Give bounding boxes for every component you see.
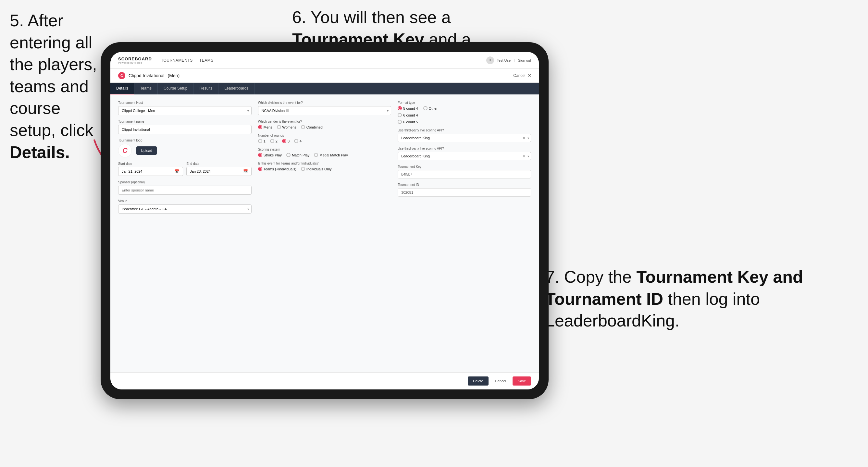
tournament-name-input[interactable] <box>118 125 252 134</box>
sponsor-group: Sponsor (optional) <box>118 181 252 195</box>
tournament-id-label: Tournament ID <box>398 183 531 187</box>
annotation-left-bold: Details. <box>10 143 70 162</box>
round-2-label: 2 <box>276 139 278 143</box>
division-select[interactable]: NCAA Division III <box>258 106 392 115</box>
form-grid: Tournament Host Clippd College - Men Tou… <box>118 101 531 366</box>
upload-button[interactable]: Upload <box>136 146 157 155</box>
tab-teams[interactable]: Teams <box>134 83 158 94</box>
date-row: Start date 📅 End date 📅 <box>118 162 252 176</box>
start-date-input-wrapper[interactable]: 📅 <box>118 167 183 176</box>
cancel-label: Cancel <box>513 73 525 78</box>
end-date-input[interactable] <box>190 169 241 173</box>
tab-leaderboards[interactable]: Leaderboards <box>218 83 254 94</box>
format-5count4-label: 5 count 4 <box>403 106 418 110</box>
api2-clear-icon[interactable]: ✕ <box>523 154 525 158</box>
format-6count5[interactable]: 6 count 5 <box>398 120 531 124</box>
scoring-medal[interactable]: Medal Match Play <box>314 153 348 157</box>
calendar-icon-end: 📅 <box>243 169 248 174</box>
round-2-radio[interactable] <box>270 139 274 143</box>
tabs-row: Details Teams Course Setup Results Leade… <box>111 83 539 94</box>
api1-clear-icon[interactable]: ✕ <box>523 136 525 140</box>
format-other-label: Other <box>429 106 438 110</box>
rounds-group: Number of rounds 1 2 <box>258 134 392 143</box>
tab-details[interactable]: Details <box>111 83 134 94</box>
logo-preview: C <box>118 144 132 157</box>
nav-user-name: Test User <box>497 58 512 62</box>
delete-button[interactable]: Delete <box>468 376 489 385</box>
api1-select[interactable]: Leaderboard King <box>398 134 531 142</box>
scoring-stroke-label: Stroke Play <box>264 153 282 157</box>
venue-select[interactable]: Peachtree GC - Atlanta - GA <box>118 205 252 214</box>
nav-link-teams[interactable]: TEAMS <box>199 57 214 64</box>
gender-group: Which gender is the event for? Mens Wome… <box>258 120 392 129</box>
individuals-only-radio[interactable] <box>301 167 305 171</box>
gender-womens[interactable]: Womens <box>277 125 297 129</box>
venue-select-wrapper: Peachtree GC - Atlanta - GA <box>118 205 252 214</box>
round-1-radio[interactable] <box>258 139 262 143</box>
format-6count5-radio[interactable] <box>398 120 402 124</box>
teams-label: Is this event for Teams and/or Individua… <box>258 162 392 165</box>
logo-title: SCOREBOARD <box>118 57 152 61</box>
scoring-radio-group: Stroke Play Match Play Medal Match Play <box>258 153 392 157</box>
format-6count4-radio[interactable] <box>398 113 402 117</box>
save-button[interactable]: Save <box>513 376 531 385</box>
tournament-id-group: Tournament ID 302051 <box>398 183 531 197</box>
round-3[interactable]: 3 <box>282 139 289 143</box>
individuals-only[interactable]: Individuals Only <box>301 167 332 171</box>
footer-bar: Delete Cancel Save <box>111 372 539 390</box>
gender-womens-radio[interactable] <box>277 125 281 129</box>
sponsor-input[interactable] <box>118 186 252 195</box>
format-other-radio[interactable] <box>423 106 428 110</box>
gender-mens[interactable]: Mens <box>258 125 272 129</box>
tournament-logo-group: Tournament logo C Upload <box>118 138 252 157</box>
format-options: 5 count 4 Other 6 count 4 <box>398 106 531 124</box>
close-icon[interactable]: ✕ <box>528 73 531 78</box>
round-1-label: 1 <box>264 139 266 143</box>
logo-letter: C <box>122 146 128 155</box>
tournament-subtitle: (Men) <box>168 73 180 78</box>
gender-mens-radio[interactable] <box>258 125 262 129</box>
tournament-host-label: Tournament Host <box>118 101 252 104</box>
round-1[interactable]: 1 <box>258 139 266 143</box>
scoring-stroke-radio[interactable] <box>258 153 262 157</box>
tab-results[interactable]: Results <box>193 83 218 94</box>
teams-group: Is this event for Teams and/or Individua… <box>258 162 392 171</box>
tournament-header: C Clippd Invitational (Men) Cancel ✕ <box>111 69 539 83</box>
app-logo: SCOREBOARD Powered by clippd <box>118 57 152 64</box>
teams-with-individuals[interactable]: Teams (+Individuals) <box>258 167 297 171</box>
scoring-match[interactable]: Match Play <box>286 153 309 157</box>
calendar-icon: 📅 <box>175 169 180 174</box>
round-3-radio[interactable] <box>282 139 286 143</box>
tab-course-setup[interactable]: Course Setup <box>158 83 193 94</box>
scoring-stroke[interactable]: Stroke Play <box>258 153 282 157</box>
nav-link-tournaments[interactable]: TOURNAMENTS <box>161 57 193 64</box>
gender-combined-radio[interactable] <box>301 125 305 129</box>
user-icon: TU <box>486 57 494 64</box>
api2-select[interactable]: Leaderboard King <box>398 152 531 160</box>
scoring-group: Scoring system Stroke Play Match Play <box>258 148 392 157</box>
scoring-medal-radio[interactable] <box>314 153 318 157</box>
annotation-top-right-text1: 6. You will then see a <box>292 8 451 27</box>
api1-select-wrapper: Leaderboard King ✕ ▾ <box>398 134 531 142</box>
gender-combined[interactable]: Combined <box>301 125 323 129</box>
end-date-input-wrapper[interactable]: 📅 <box>186 167 251 176</box>
format-row-1: 5 count 4 Other <box>398 106 531 110</box>
tournament-host-select[interactable]: Clippd College - Men <box>118 106 252 115</box>
cancel-button[interactable]: Cancel ✕ <box>513 73 531 78</box>
format-5count4-radio[interactable] <box>398 106 402 110</box>
tournament-id-value: 302051 <box>398 188 531 197</box>
annotation-left: 5. After entering all the players, teams… <box>10 10 107 163</box>
tablet-frame: SCOREBOARD Powered by clippd TOURNAMENTS… <box>101 42 549 399</box>
cancel-footer-button[interactable]: Cancel <box>492 376 509 385</box>
left-column: Tournament Host Clippd College - Men Tou… <box>118 101 252 366</box>
round-2[interactable]: 2 <box>270 139 278 143</box>
nav-signout[interactable]: Sign out <box>518 58 531 62</box>
format-other[interactable]: Other <box>423 106 438 110</box>
teams-with-radio[interactable] <box>258 167 262 171</box>
scoring-match-radio[interactable] <box>286 153 290 157</box>
round-4-radio[interactable] <box>294 139 298 143</box>
round-4[interactable]: 4 <box>294 139 302 143</box>
format-5count4[interactable]: 5 count 4 <box>398 106 418 110</box>
format-6count4[interactable]: 6 count 4 <box>398 113 531 117</box>
start-date-input[interactable] <box>122 169 173 173</box>
